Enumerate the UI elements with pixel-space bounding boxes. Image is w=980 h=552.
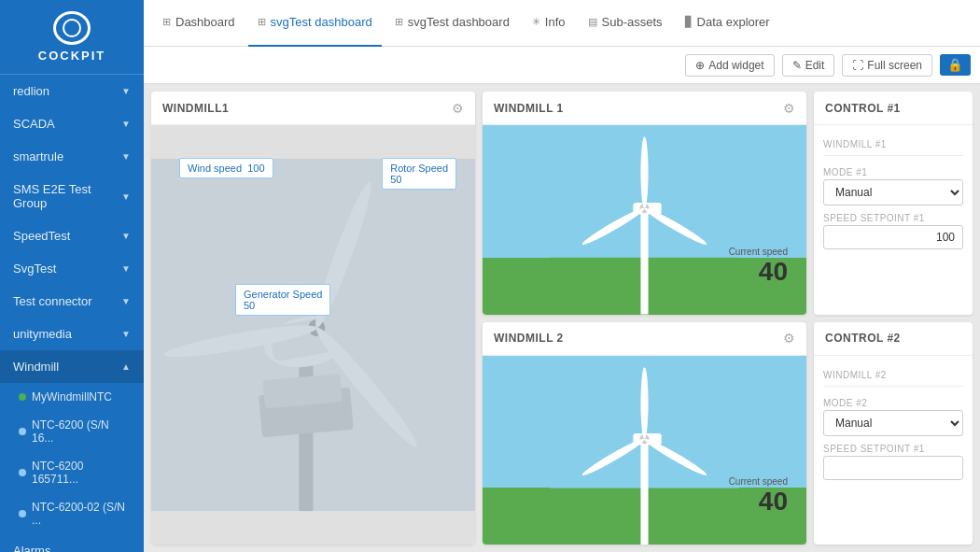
control1-body: WINDMILL #1 MODE #1 Manual SPEED SETPOIN… (814, 125, 973, 315)
sidebar-item-ntc2[interactable]: NTC-6200 165711... (0, 452, 144, 493)
gear-icon[interactable]: ⚙ (783, 101, 795, 116)
sidebar-item-svgtest[interactable]: SvgTest ▼ (0, 252, 144, 285)
windmill1-header: WINDMILL1 ⚙ (151, 92, 475, 125)
barchart-icon: ▊ (685, 16, 693, 28)
control1-mode-section: MODE #1 Manual (823, 167, 963, 205)
sidebar-item-speedtest[interactable]: SpeedTest ▼ (0, 219, 144, 252)
sidebar-item-windmill[interactable]: Windmill ▲ (0, 350, 144, 383)
windmill1-body: Wind speed 100 Rotor Speed 50 Generator … (151, 125, 475, 545)
speed-badge: Current speed 40 (729, 247, 788, 287)
speed-badge2: Current speed 40 (729, 476, 788, 517)
control1-setpoint-section: SPEED SETPOINT #1 (823, 213, 963, 249)
control1-setpoint-input[interactable] (823, 225, 963, 249)
control1-widget: CONTROL #1 WINDMILL #1 MODE #1 Manual SP… (814, 92, 973, 315)
brand-name: COCKPIT (38, 49, 106, 63)
windmill1-widget: WINDMILL1 ⚙ (151, 92, 475, 545)
sidebar-item-sms[interactable]: SMS E2E Test Group ▼ (0, 173, 144, 219)
sidebar: COCKPIT redlion ▼ SCADA ▼ smartrule ▼ SM… (0, 0, 144, 552)
windmill2-display-title: WINDMILL 2 (494, 332, 564, 345)
windmill1-display-header: WINDMILL 1 ⚙ (483, 92, 806, 125)
rotor-speed-label: Rotor Speed 50 (382, 158, 456, 190)
sidebar-logo: COCKPIT (0, 0, 144, 75)
chevron-icon: ▼ (121, 263, 131, 274)
control2-windmill-label: WINDMILL #2 (823, 365, 963, 390)
tab-svgtest1[interactable]: ⊞ svgTest dashboard (248, 0, 382, 47)
chevron-up-icon: ▲ (121, 361, 131, 372)
control1-header: CONTROL #1 (814, 92, 973, 125)
sidebar-item-redlion[interactable]: redlion ▼ (0, 75, 144, 107)
toolbar: ⊕ Add widget ✎ Edit ⛶ Full screen 🔒 (144, 47, 980, 84)
sidebar-item-mywindmill[interactable]: MyWindmillNTC (0, 383, 144, 411)
lock-icon: 🔒 (947, 58, 963, 72)
fullscreen-button[interactable]: ⛶ Full screen (842, 54, 932, 77)
tab-svgtest2[interactable]: ⊞ svgTest dashboard (385, 0, 519, 47)
status-dot (19, 428, 26, 435)
chevron-icon: ▼ (121, 191, 131, 202)
svg-point-15 (640, 136, 648, 208)
dashboard: WINDMILL1 ⚙ (144, 84, 980, 552)
windmill2-display-header: WINDMILL 2 ⚙ (483, 322, 806, 356)
grid-icon: ⊞ (162, 16, 171, 28)
status-dot (19, 469, 26, 476)
status-dot (19, 510, 26, 517)
control2-setpoint-section: SPEED SETPOINT #1 (823, 444, 963, 480)
chevron-icon: ▼ (121, 296, 131, 306)
svg-point-23 (640, 367, 648, 439)
main-content: ⊞ Dashboard ⊞ svgTest dashboard ⊞ svgTes… (144, 0, 980, 552)
asterisk-icon: ✳ (532, 16, 540, 28)
status-dot (19, 393, 26, 401)
sidebar-item-unitymedia[interactable]: unitymedia ▼ (0, 318, 144, 350)
windmill1-display-title: WINDMILL 1 (494, 102, 564, 115)
grid-icon: ⊞ (395, 16, 403, 28)
windmill1-anim-body: Current speed 40 (483, 125, 806, 315)
control1-mode-dropdown[interactable]: Manual (823, 179, 963, 205)
chevron-icon: ▼ (121, 231, 131, 241)
gear-icon[interactable]: ⚙ (452, 101, 464, 116)
control2-title: CONTROL #2 (825, 332, 901, 345)
svg-rect-20 (640, 441, 648, 545)
chevron-icon: ▼ (121, 151, 131, 162)
grid-icon: ⊞ (258, 16, 266, 28)
control2-body: WINDMILL #2 MODE #2 Manual SPEED SETPOIN… (814, 356, 973, 545)
control2-widget: CONTROL #2 WINDMILL #2 MODE #2 Manual SP… (814, 322, 973, 545)
windmill2-display-widget: WINDMILL 2 ⚙ Current spee (483, 322, 806, 545)
pencil-icon: ✎ (792, 59, 802, 72)
sidebar-item-ntc3[interactable]: NTC-6200-02 (S/N ... (0, 493, 144, 534)
logo-icon (53, 11, 91, 45)
sidebar-item-testconnector[interactable]: Test connector ▼ (0, 285, 144, 318)
folder-icon: ▤ (588, 16, 597, 28)
chevron-icon: ▼ (121, 86, 131, 96)
tab-info[interactable]: ✳ Info (523, 0, 575, 47)
sidebar-item-ntc1[interactable]: NTC-6200 (S/N 16... (0, 411, 144, 452)
sidebar-item-alarms[interactable]: Alarms (0, 534, 144, 552)
gear-icon[interactable]: ⚙ (783, 331, 795, 346)
control1-title: CONTROL #1 (825, 102, 901, 115)
chevron-icon: ▼ (121, 119, 131, 129)
control2-setpoint-input[interactable] (823, 456, 963, 480)
generator-speed-label: Generator Speed 50 (235, 284, 330, 316)
tab-subassets[interactable]: ▤ Sub-assets (579, 0, 672, 47)
windmill2-anim-body: Current speed 40 (483, 356, 806, 545)
sidebar-item-smartrule[interactable]: smartrule ▼ (0, 140, 144, 173)
sidebar-item-scada[interactable]: SCADA ▼ (0, 107, 144, 140)
tab-dataexplorer[interactable]: ▊ Data explorer (676, 0, 779, 47)
edit-button[interactable]: ✎ Edit (782, 54, 835, 77)
svg-rect-12 (640, 210, 648, 314)
tab-dashboard[interactable]: ⊞ Dashboard (153, 0, 245, 47)
top-nav: ⊞ Dashboard ⊞ svgTest dashboard ⊞ svgTes… (144, 0, 980, 47)
control1-windmill-label: WINDMILL #1 (823, 134, 963, 160)
plus-icon: ⊕ (695, 59, 705, 72)
windmill1-title: WINDMILL1 (162, 102, 229, 115)
control2-header: CONTROL #2 (814, 322, 973, 356)
chevron-icon: ▼ (121, 329, 131, 339)
windmill1-display-widget: WINDMILL 1 ⚙ (483, 92, 806, 315)
lock-button[interactable]: 🔒 (940, 54, 971, 76)
fullscreen-icon: ⛶ (852, 59, 863, 72)
control2-mode-section: MODE #2 Manual (823, 398, 963, 436)
wind-speed-label: Wind speed 100 (179, 158, 273, 178)
add-widget-button[interactable]: ⊕ Add widget (685, 54, 774, 77)
control2-mode-dropdown[interactable]: Manual (823, 410, 963, 436)
